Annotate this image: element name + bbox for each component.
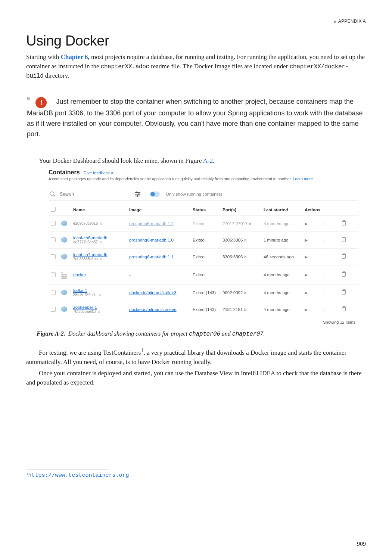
col-actions: Actions xyxy=(302,204,358,216)
open-port-icon[interactable]: ⧉ xyxy=(244,291,246,295)
image-link[interactable]: prospring6-mariadb:1.2 xyxy=(129,221,174,226)
table-header-row: Name Image Status Port(s) Last started A… xyxy=(49,204,358,216)
more-actions-button[interactable]: ⋮ xyxy=(321,290,326,296)
last-started: 4 months ago xyxy=(261,301,302,318)
container-name-link[interactable]: kafka-1 xyxy=(73,288,87,293)
divider xyxy=(26,89,366,89)
start-button[interactable]: ▶ xyxy=(305,290,308,295)
callout-bullet: ■ xyxy=(27,95,30,101)
container-name-link[interactable]: local-ch6-mariadb xyxy=(73,236,107,240)
more-actions-button[interactable]: ⋮ xyxy=(321,221,326,227)
col-last: Last started xyxy=(261,204,302,216)
more-actions-button[interactable]: ⋮ xyxy=(321,272,326,278)
last-started: 4 months ago xyxy=(261,284,302,301)
delete-button[interactable] xyxy=(342,221,346,225)
ports: 9092:9092 xyxy=(223,290,243,295)
status: Exited (143) xyxy=(190,284,220,301)
container-name-link[interactable]: zookeeper-1 xyxy=(73,305,97,309)
open-port-icon[interactable]: ⧉ xyxy=(244,255,246,259)
row-checkbox[interactable] xyxy=(51,290,56,295)
start-button[interactable]: ▶ xyxy=(305,273,308,277)
image-text: - xyxy=(129,273,131,277)
search-input[interactable] xyxy=(60,192,116,197)
table-row: e209d78c9b16 ⧉prospring6-mariadb:1.2Exit… xyxy=(49,216,358,232)
col-status: Status xyxy=(190,204,220,216)
last-started: 4 months ago xyxy=(261,265,302,284)
chevron-down-icon[interactable]: ⌄ xyxy=(60,270,63,274)
copy-icon[interactable]: ⧉ xyxy=(98,310,100,314)
toggle-label: Only show running containers xyxy=(166,192,223,196)
copy-icon[interactable]: ⧉ xyxy=(99,293,101,297)
dashboard-title: Containers xyxy=(49,169,80,176)
image-link[interactable]: prospring6-mariadb:1.0 xyxy=(129,238,174,242)
running-head: ■APPENDIX A xyxy=(26,19,366,24)
filter-icon[interactable] xyxy=(135,192,140,197)
start-button[interactable]: ▶ xyxy=(305,255,308,259)
status: Exited xyxy=(190,265,220,284)
col-ports: Port(s) xyxy=(220,204,261,216)
delete-button[interactable] xyxy=(342,254,346,259)
status: Exited xyxy=(190,216,220,232)
callout-text: Just remember to stop the container when… xyxy=(27,98,363,138)
open-port-icon[interactable]: ⧉ xyxy=(244,238,246,242)
status: Exited xyxy=(190,232,220,249)
more-actions-button[interactable]: ⋮ xyxy=(321,237,326,243)
status: Exited (143) xyxy=(190,301,220,318)
delete-button[interactable] xyxy=(342,307,346,311)
row-checkbox[interactable] xyxy=(51,307,56,312)
copy-icon[interactable]: ⧉ xyxy=(100,240,102,244)
start-button[interactable]: ▶ xyxy=(305,238,308,242)
row-checkbox[interactable] xyxy=(51,237,56,242)
figure-caption: Figure A-2. Docker dashboard showing con… xyxy=(37,330,366,337)
image-link[interactable]: docker.io/bitnami/kafka:3 xyxy=(129,290,177,295)
intro-paragraph: Starting with Chapter 6, most projects r… xyxy=(26,53,366,81)
container-cube-icon xyxy=(60,236,68,243)
table-row: kafka-188fc8c754bcb ⧉docker.io/bitnami/k… xyxy=(49,284,358,301)
open-port-icon[interactable]: ⧉ xyxy=(244,308,246,312)
last-started: 1 minute ago xyxy=(261,232,302,249)
delete-button[interactable] xyxy=(342,272,346,277)
delete-button[interactable] xyxy=(342,237,346,242)
image-link[interactable]: docker.io/bitnami/zookee xyxy=(129,307,177,312)
start-button[interactable]: ▶ xyxy=(305,307,308,312)
row-checkbox[interactable] xyxy=(51,221,56,226)
image-link[interactable]: prospring6-mariadb:1.1 xyxy=(129,255,174,259)
row-checkbox[interactable] xyxy=(51,254,56,259)
dashboard-subtitle: A container packages up code and its dep… xyxy=(49,177,358,181)
copy-icon[interactable]: ⧉ xyxy=(100,222,102,225)
delete-button[interactable] xyxy=(342,290,346,295)
open-port-icon[interactable]: ⧉ xyxy=(249,222,251,226)
more-actions-button[interactable]: ⋮ xyxy=(321,307,326,312)
more-actions-button[interactable]: ⋮ xyxy=(321,254,326,260)
container-name-link[interactable]: local-ch7-mariadb xyxy=(73,252,107,257)
search-filter-row: Only show running containers xyxy=(49,189,358,201)
after-paragraph-2: Once your container is deployed and star… xyxy=(26,369,366,387)
learn-more-link[interactable]: Learn more xyxy=(293,177,313,181)
container-cube-icon xyxy=(60,220,68,227)
last-started: 4 months ago xyxy=(261,216,302,232)
footnote-link[interactable]: https://www.testcontainers.org xyxy=(28,472,129,479)
container-id: 7eb86855c1ea ⧉ xyxy=(73,257,125,261)
container-name-link[interactable]: docker xyxy=(73,273,86,277)
table-row: local-ch6-mariadbae7727c5eb57 ⧉prospring… xyxy=(49,232,358,249)
exclamation-icon: ! xyxy=(35,97,47,108)
chapter-link[interactable]: Chapter 6 xyxy=(61,53,88,60)
select-all-checkbox[interactable] xyxy=(51,207,56,212)
page-number: 909 xyxy=(357,541,366,547)
table-row: local-ch7-mariadb7eb86855c1ea ⧉prospring… xyxy=(49,249,358,265)
row-checkbox[interactable] xyxy=(51,272,56,277)
pre-figure-text: Your Docker Dashboard should look like m… xyxy=(26,156,366,166)
status: Exited xyxy=(190,249,220,265)
figure-ref-link[interactable]: A-2 xyxy=(203,157,213,164)
ports: 3306:3306 xyxy=(223,255,243,259)
table-row: ⌄docker-Exited4 months ago▶⋮ xyxy=(49,265,358,284)
compose-stack-icon xyxy=(60,274,68,280)
col-image: Image xyxy=(127,204,190,216)
section-title: Using Docker xyxy=(26,33,366,49)
start-button[interactable]: ▶ xyxy=(305,221,308,226)
give-feedback-link[interactable]: Give feedback ⧉ xyxy=(84,171,113,175)
container-id: 70f3d85ae0cf ⧉ xyxy=(73,309,125,314)
copy-icon[interactable]: ⧉ xyxy=(100,257,102,261)
docker-dashboard-figure: Containers Give feedback ⧉ A container p… xyxy=(49,169,358,324)
running-only-toggle[interactable] xyxy=(150,192,160,197)
